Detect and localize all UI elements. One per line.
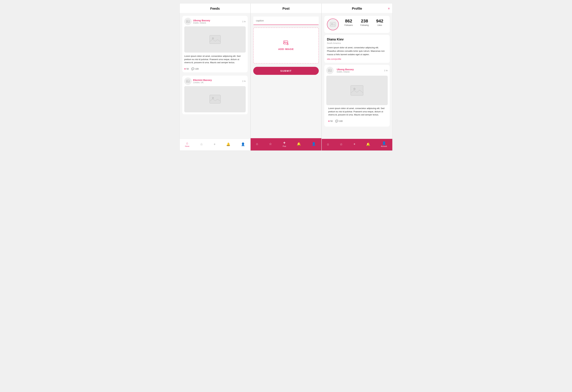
profile-header: Profile ≡	[322, 3, 392, 13]
svg-rect-13	[330, 22, 335, 27]
svg-point-7	[212, 97, 214, 99]
svg-rect-6	[210, 95, 221, 103]
caption-input[interactable]	[253, 16, 318, 25]
profile-post-time: 1 hr	[384, 69, 388, 72]
post-nav-label: Post	[283, 145, 286, 147]
profile-post-description: Lorem ipsum dolor sit amet, consectetur …	[326, 107, 388, 118]
caption-divider	[253, 25, 318, 25]
svg-point-14	[331, 23, 333, 25]
person-icon-feeds: 👤	[241, 142, 245, 146]
post-time-1: 1 hr	[242, 20, 246, 23]
profile-post-location: Dublin, Ireland.	[337, 71, 384, 73]
likes-count: 942	[376, 18, 383, 24]
avatar-2	[184, 78, 191, 85]
post-header: Post	[251, 3, 321, 13]
profile-bottom-nav: ⌂ ☆ + 🔔 👤 Account	[322, 139, 392, 151]
nav-star-feeds[interactable]: ☆	[198, 142, 205, 147]
account-icon-profile: 👤	[382, 141, 386, 145]
feeds-screen: Feeds Ubong Bassey Dublin, Ireland.	[179, 3, 251, 151]
following-count: 238	[360, 18, 369, 24]
profile-name: Diana Kiev	[327, 37, 387, 41]
person-icon-post: 👤	[312, 142, 316, 146]
profile-post-actions: ♥ 50 💬 100	[326, 118, 388, 125]
nav-star-profile[interactable]: ☆	[338, 142, 345, 147]
profile-post-user-info: Ubong Bassey Dublin, Ireland.	[337, 68, 384, 73]
nav-person-post[interactable]: 👤	[310, 141, 318, 147]
heart-icon-1: ♥	[184, 67, 186, 70]
post-location-1: Dublin, Ireland.	[193, 22, 242, 24]
comment-button-1[interactable]: 💬 100	[191, 67, 199, 70]
nav-home-feeds[interactable]: ⌂ Home	[183, 141, 191, 148]
post-image-1	[184, 26, 246, 53]
add-image-box[interactable]: ADD IMAGE	[253, 28, 318, 63]
nav-person-feeds[interactable]: 👤	[239, 142, 247, 147]
likes-stat: 942 Likes	[376, 18, 383, 27]
feeds-header: Feeds	[180, 3, 250, 13]
profile-post-card: Ubong Bassey Dublin, Ireland. 1 hr Lorem…	[324, 65, 390, 126]
profile-location: South America	[327, 42, 387, 44]
add-image-icon	[283, 41, 289, 46]
home-label-feeds: Home	[185, 145, 189, 147]
followers-label: Followers	[345, 24, 353, 26]
nav-plus-profile[interactable]: +	[351, 142, 357, 147]
profile-comment-count: 100	[339, 120, 343, 122]
following-stat: 238 Following	[360, 18, 369, 27]
following-label: Following	[360, 24, 369, 26]
post-header-1: Ubong Bassey Dublin, Ireland. 1 hr	[182, 16, 248, 26]
plus-icon-feeds: +	[214, 142, 216, 146]
svg-point-9	[284, 42, 285, 42]
profile-screen: Profile ≡ 862 Followers	[321, 3, 393, 151]
post-user-info-1: Ubong Bassey Dublin, Ireland.	[193, 19, 242, 24]
svg-rect-2	[210, 35, 221, 44]
profile-like-button[interactable]: ♥ 50	[328, 120, 333, 123]
star-icon-post: ☆	[269, 142, 272, 146]
post-bottom-nav: ⌂ ☆ + Post 🔔 👤	[251, 138, 321, 151]
nav-star-post[interactable]: ☆	[267, 141, 274, 147]
plus-icon-post: +	[283, 141, 286, 145]
home-icon-profile: ⌂	[327, 142, 329, 146]
stats-numbers: 862 Followers 238 Following 942 Likes	[341, 18, 387, 27]
profile-content: 862 Followers 238 Following 942 Likes Di…	[322, 13, 392, 139]
svg-point-18	[353, 88, 356, 90]
menu-icon[interactable]: ≡	[388, 7, 390, 10]
svg-point-3	[212, 37, 214, 39]
post-card-2: Ekemini Bassey London, UK. 1 hr	[182, 76, 248, 114]
svg-rect-4	[186, 80, 190, 82]
bell-icon-profile: 🔔	[366, 142, 370, 146]
nav-bell-profile[interactable]: 🔔	[364, 142, 372, 147]
account-label-profile: Account	[381, 145, 387, 147]
profile-bio: Lorem ipsum dolor sit amet, consectetur …	[327, 46, 387, 56]
post-location-2: London, UK.	[193, 81, 242, 84]
post-screen: Post ADD IMAGE	[251, 3, 321, 151]
profile-title: Profile	[352, 7, 362, 11]
profile-info-card: Diana Kiev South America Lorem ipsum dol…	[324, 35, 390, 63]
caption-wrapper	[253, 16, 318, 25]
profile-link[interactable]: site.com/profile	[327, 58, 387, 60]
avatar-1	[184, 18, 191, 25]
profile-comment-icon: 💬	[335, 120, 338, 123]
post-screen-content: ADD IMAGE SUBMIT	[251, 13, 321, 138]
nav-plus-feeds[interactable]: +	[212, 142, 218, 147]
nav-bell-feeds[interactable]: 🔔	[224, 142, 232, 147]
profile-heart-icon: ♥	[328, 120, 330, 123]
post-title: Post	[282, 7, 289, 11]
like-button-1[interactable]: ♥ 50	[184, 67, 189, 70]
post-header-2: Ekemini Bassey London, UK. 1 hr	[182, 76, 248, 86]
likes-label: Likes	[377, 24, 382, 26]
submit-button[interactable]: SUBMIT	[253, 67, 318, 75]
profile-comment-button[interactable]: 💬 100	[335, 120, 343, 123]
feeds-content: Ubong Bassey Dublin, Ireland. 1 hr Lorem…	[180, 13, 250, 139]
comment-count-1: 100	[195, 68, 199, 70]
post-actions-1: ♥ 50 💬 100	[182, 66, 248, 72]
nav-home-profile[interactable]: ⌂	[325, 142, 331, 147]
nav-bell-post[interactable]: 🔔	[295, 141, 303, 147]
nav-plus-post[interactable]: + Post	[281, 140, 288, 148]
home-icon-post: ⌂	[256, 142, 258, 146]
bell-icon-post: 🔔	[297, 142, 301, 146]
followers-stat: 862 Followers	[345, 18, 353, 27]
followers-count: 862	[345, 18, 353, 24]
like-count-1: 50	[186, 68, 189, 70]
nav-account-profile[interactable]: 👤 Account	[379, 141, 389, 148]
profile-like-count: 50	[330, 120, 333, 122]
nav-home-post[interactable]: ⌂	[254, 141, 260, 146]
